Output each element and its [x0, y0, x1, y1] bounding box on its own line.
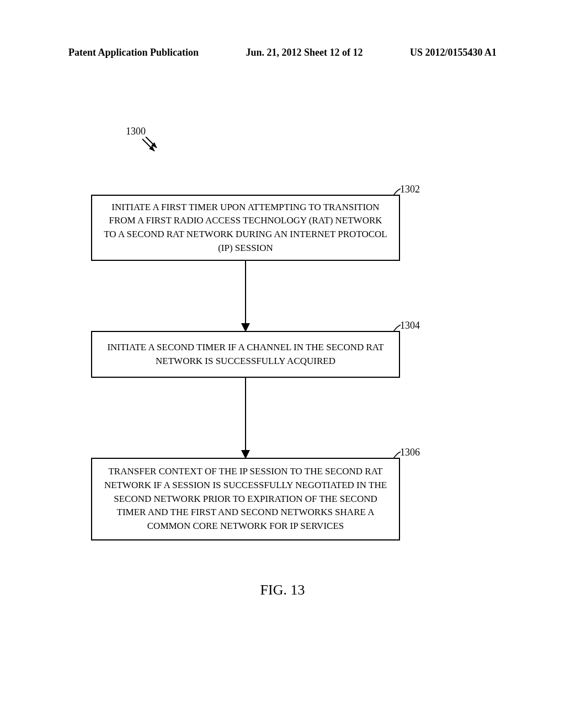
flowchart-step-box: INITIATE A SECOND TIMER IF A CHANNEL IN …: [91, 331, 400, 378]
diagram-reference-arrow-icon: [140, 137, 162, 159]
flowchart-step-text: TRANSFER CONTEXT OF THE IP SESSION TO TH…: [103, 465, 388, 533]
step-reference-number: 1304: [400, 320, 420, 331]
header-right: US 2012/0155430 A1: [410, 47, 497, 58]
page-header: Patent Application Publication Jun. 21, …: [0, 47, 565, 58]
header-left: Patent Application Publication: [68, 47, 199, 58]
diagram-reference-number: 1300: [126, 126, 146, 137]
flowchart-step-text: INITIATE A FIRST TIMER UPON ATTEMPTING T…: [103, 201, 388, 255]
step-reference-number: 1306: [400, 447, 420, 458]
flowchart-step-text: INITIATE A SECOND TIMER IF A CHANNEL IN …: [103, 341, 388, 368]
figure-label: FIG. 13: [0, 582, 565, 598]
step-reference-number: 1302: [400, 184, 420, 195]
flowchart-step-box: TRANSFER CONTEXT OF THE IP SESSION TO TH…: [91, 458, 400, 540]
flowchart-step-box: INITIATE A FIRST TIMER UPON ATTEMPTING T…: [91, 195, 400, 261]
header-center: Jun. 21, 2012 Sheet 12 of 12: [246, 47, 363, 58]
flowchart-connector: [245, 378, 246, 451]
flowchart-connector: [245, 261, 246, 324]
